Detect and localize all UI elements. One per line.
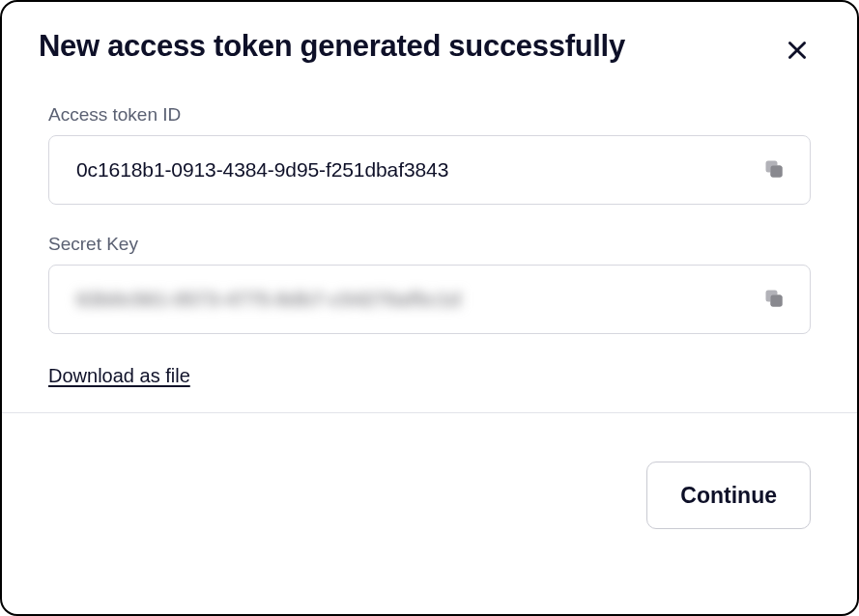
access-token-field: Access token ID 0c1618b1-0913-4384-9d95-… bbox=[48, 104, 811, 205]
copy-icon bbox=[762, 287, 786, 313]
svg-rect-4 bbox=[771, 165, 783, 177]
dialog-body: New access token generated successfully … bbox=[2, 2, 857, 412]
access-token-box: 0c1618b1-0913-4384-9d95-f251dbaf3843 bbox=[48, 135, 811, 205]
access-token-label: Access token ID bbox=[48, 104, 811, 126]
copy-access-token-button[interactable] bbox=[759, 155, 788, 184]
dialog-title: New access token generated successfully bbox=[39, 29, 625, 64]
close-button[interactable] bbox=[780, 33, 815, 68]
dialog-header: New access token generated successfully bbox=[48, 29, 811, 68]
secret-key-label: Secret Key bbox=[48, 234, 811, 255]
svg-rect-7 bbox=[771, 294, 783, 306]
token-generated-dialog: New access token generated successfully … bbox=[0, 0, 859, 616]
copy-secret-key-button[interactable] bbox=[759, 285, 788, 314]
secret-key-field: Secret Key 63b0c561-0573-4775-8db7-c5427… bbox=[48, 234, 811, 334]
download-as-file-link[interactable]: Download as file bbox=[48, 365, 190, 387]
close-icon bbox=[785, 38, 810, 63]
access-token-value: 0c1618b1-0913-4384-9d95-f251dbaf3843 bbox=[76, 158, 448, 182]
secret-key-value: 63b0c561-0573-4775-8db7-c54270af5c1d bbox=[76, 288, 461, 311]
continue-button[interactable]: Continue bbox=[646, 462, 811, 529]
dialog-footer: Continue bbox=[2, 413, 857, 614]
secret-key-box: 63b0c561-0573-4775-8db7-c54270af5c1d bbox=[48, 265, 811, 334]
copy-icon bbox=[762, 157, 786, 183]
